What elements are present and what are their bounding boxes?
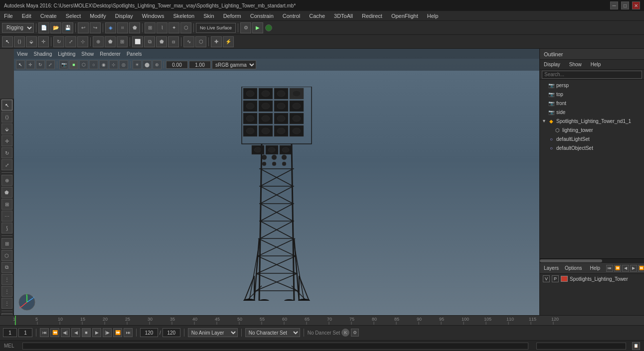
menu-display[interactable]: Display [113,13,135,19]
menu-file[interactable]: File [2,13,15,19]
maximize-button[interactable]: □ [621,1,629,9]
snap-curve-button[interactable]: ⌇ [157,22,167,33]
menu-help[interactable]: Help [425,13,441,19]
menu-redirect[interactable]: Redirect [360,13,384,19]
soft-deform-button[interactable]: ⊕ [1,175,12,186]
vp-lights-btn[interactable]: ☀ [133,60,142,69]
left-extra8[interactable]: ⋮ [1,286,12,297]
menu-skin[interactable]: Skin [201,13,216,19]
3d-viewport[interactable] [14,71,539,316]
next-frame-button[interactable]: ⏩ [113,328,122,337]
prev-frame-button[interactable]: ⏪ [50,328,59,337]
merge-button[interactable]: ⬟ [156,36,167,47]
left-extra5[interactable]: ⬡ [1,250,12,261]
rotate-mode-button[interactable]: ↻ [1,147,12,158]
vp-more-btn[interactable]: ⊛ [153,60,161,69]
viewport-menu-view[interactable]: View [17,51,28,57]
soft-mod-button[interactable]: ⬟ [105,36,116,47]
menu-cache[interactable]: Cache [307,13,327,19]
outliner-search-input[interactable] [542,71,642,79]
viewport[interactable]: View Shading Lighting Show Renderer Pane… [14,49,539,326]
outliner-menu-help[interactable]: Help [589,62,603,67]
layers-nav-prev[interactable]: ◀ [622,265,629,272]
left-extra4[interactable]: ⟆ [1,223,12,234]
left-extra9[interactable]: ⋮ [1,298,12,309]
menu-select[interactable]: Select [64,13,83,19]
vp-move-btn[interactable]: ✛ [26,60,35,69]
left-extra3[interactable]: ⋯ [1,211,12,222]
menu-windows[interactable]: Windows [140,13,166,19]
tree-item-side[interactable]: 📷 side [540,108,644,117]
outliner-menu-display[interactable]: Display [542,62,562,67]
split-button[interactable]: ⧈ [168,36,179,47]
vp-flat-btn[interactable]: ◉ [99,60,108,69]
end-anim-input[interactable] [162,328,180,337]
left-extra2[interactable]: ⊞ [1,199,12,210]
menu-edit[interactable]: Edit [20,13,33,19]
left-extra1[interactable]: ⬟ [1,187,12,198]
select-button[interactable]: ◈ [105,22,116,33]
vp-wireframe-btn[interactable]: ⬡ [79,60,88,69]
brush-select-button[interactable]: ⬟ [129,22,140,33]
go-to-end-button[interactable]: ⏭ [124,328,133,337]
snap-point-button[interactable]: ✦ [168,22,179,33]
start-frame-input[interactable] [18,328,32,337]
vp-camera-btn[interactable]: 📷 [59,60,68,69]
scale-mode-button[interactable]: ⤢ [1,159,12,170]
ruler-canvas[interactable] [0,316,644,326]
new-scene-button[interactable]: 📄 [38,22,49,33]
tree-item-lighting-tower[interactable]: ⬡ lighting_tower [540,125,644,134]
tree-item-spotlights[interactable]: ▼ ◆ Spotlights_Lighting_Tower_nd1_1 [540,117,644,125]
select-mode-button[interactable]: ↖ [1,100,12,111]
minimize-button[interactable]: ─ [610,1,618,9]
grid-button[interactable]: ⊞ [1,238,12,249]
paint-select-button[interactable]: ⬙ [26,36,37,47]
menu-modify[interactable]: Modify [88,13,108,19]
go-to-start-button[interactable]: ⏮ [40,328,49,337]
layers-nav-prev2[interactable]: ⏪ [614,265,621,272]
layer-spotlights[interactable]: V P Spotlights_Lighting_Tower [540,274,644,284]
save-button[interactable]: 💾 [62,22,73,33]
outliner-hscroll[interactable] [540,258,644,262]
layers-menu-help[interactable]: Help [588,265,602,271]
move-tool-button[interactable]: ✛ [38,36,49,47]
menu-constrain[interactable]: Constrain [248,13,276,19]
menu-skeleton[interactable]: Skeleton [171,13,196,19]
menu-openflight[interactable]: OpenFlight [389,13,420,19]
layers-nav-next2[interactable]: ⏩ [638,265,644,272]
script-editor-button[interactable]: 📋 [632,342,640,350]
prev-keyframe-button[interactable]: ◀| [61,328,70,337]
viewport-menu-lighting[interactable]: Lighting [58,51,75,57]
menu-create[interactable]: Create [38,13,59,19]
color-mode-select[interactable]: sRGB gamma [212,60,256,69]
close-button[interactable]: ✕ [632,1,640,9]
lasso-mode-button[interactable]: ⟨⟩ [1,112,12,122]
vp-textured-btn[interactable]: ⊹ [109,60,118,69]
left-extra6[interactable]: ⧉ [1,262,12,273]
timeline-ruler[interactable] [0,316,644,326]
auto-key-button[interactable]: K [341,329,349,337]
mode-selector[interactable]: Rigging [2,23,34,33]
layer-playback-toggle[interactable]: P [552,275,559,282]
current-frame-input[interactable] [3,328,17,337]
transform-tool-button[interactable]: ⊹ [77,36,88,47]
snap-plane-button[interactable]: ⬡ [180,22,191,33]
surface-tool[interactable]: ⬡ [195,36,206,47]
rotate-tool-button[interactable]: ↻ [53,36,64,47]
vp-rotate-btn[interactable]: ↻ [36,60,45,69]
left-extra7[interactable]: ⋮ [1,274,12,285]
viewport-menu-show[interactable]: Show [81,51,94,57]
extrude-button[interactable]: ⬜ [132,36,143,47]
char-set-select[interactable]: No Character Set [245,328,300,337]
render-settings-button[interactable]: ⚙ [240,22,251,33]
layers-menu-options[interactable]: Options [563,265,584,271]
layer-visibility-toggle[interactable]: V [543,275,550,282]
tree-item-top[interactable]: 📷 top [540,90,644,99]
plus-button[interactable]: ✚ [211,36,222,47]
tree-item-persp[interactable]: 📷 persp [540,81,644,90]
undo-button[interactable]: ↩ [78,22,89,33]
hscroll-thumb[interactable] [540,259,602,262]
vp-select-btn[interactable]: ↖ [16,60,25,69]
move-mode-button[interactable]: ✛ [1,135,12,146]
gamma-input[interactable] [189,61,211,69]
